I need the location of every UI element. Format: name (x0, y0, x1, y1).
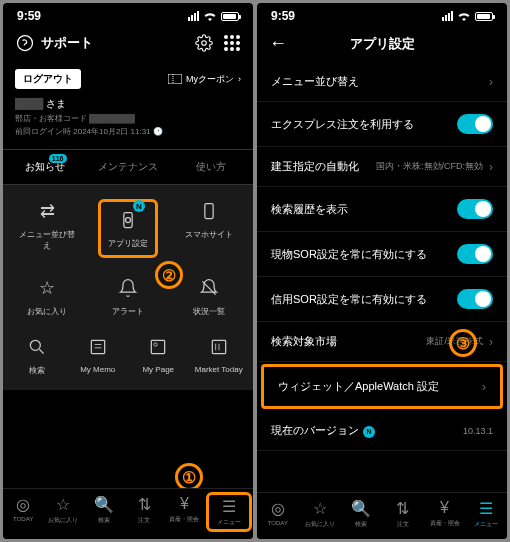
status-time: 9:59 (17, 9, 41, 23)
item-widget[interactable]: ウィジェット／AppleWatch 設定› (261, 364, 503, 409)
header-title: サポート (41, 34, 93, 52)
coupon-link[interactable]: Myクーポン › (168, 73, 241, 86)
toggle-express[interactable] (457, 114, 493, 134)
grid-reorder[interactable]: ⇄メニュー並び替え (17, 199, 77, 258)
callout-2: ② (155, 261, 183, 289)
back-button[interactable]: ← (269, 33, 287, 54)
header: サポート (3, 25, 253, 61)
gear-icon[interactable] (195, 34, 213, 52)
page-title: アプリ設定 (350, 35, 415, 53)
status-indicators (442, 11, 493, 21)
user-name: ████ さま (15, 97, 241, 111)
settings-list: メニュー並び替え› エクスプレス注文を利用する 建玉指定の自動化国内・米株:無効… (257, 62, 507, 451)
callout-1: ① (175, 463, 203, 491)
nav-balance[interactable]: ¥資産・照会 (164, 495, 204, 529)
grid-status[interactable]: 状況一覧 (179, 276, 239, 317)
grid-search[interactable]: 検索 (7, 335, 67, 376)
svg-point-2 (230, 35, 234, 39)
nav-today[interactable]: ◎TODAY (3, 495, 43, 529)
app-grid-icon[interactable] (223, 34, 241, 52)
svg-rect-18 (91, 340, 104, 353)
item-sor-margin[interactable]: 信用SOR設定を常に有効にする (257, 277, 507, 322)
bottom-nav: ◎TODAY ☆お気に入り 🔍検索 ⇅注文 ¥資産・照会 ☰メニュー (257, 492, 507, 539)
svg-point-5 (230, 41, 234, 45)
phone-right: 9:59 ← アプリ設定 メニュー並び替え› エクスプレス注文を利用する 建玉指… (257, 3, 507, 539)
toggle-sor-margin[interactable] (457, 289, 493, 309)
item-tatedama[interactable]: 建玉指定の自動化国内・米株:無効/CFD:無効› (257, 147, 507, 187)
nav-search[interactable]: 🔍検索 (84, 495, 124, 529)
status-bar: 9:59 (257, 3, 507, 25)
tab-usage[interactable]: 使い方 (170, 150, 253, 184)
svg-point-7 (224, 47, 228, 51)
grid-mymemo[interactable]: My Memo (68, 335, 128, 376)
svg-point-9 (236, 47, 240, 51)
svg-point-6 (236, 41, 240, 45)
toggle-sor-spot[interactable] (457, 244, 493, 264)
item-reorder[interactable]: メニュー並び替え› (257, 62, 507, 102)
last-login: 前回ログイン時 2024年10月2日 11:31 🕐 (15, 126, 241, 137)
toggle-history[interactable] (457, 199, 493, 219)
svg-point-13 (125, 218, 130, 223)
nav-order[interactable]: ⇅注文 (382, 499, 424, 529)
svg-rect-10 (168, 74, 182, 84)
status-bar: 9:59 (3, 3, 253, 25)
svg-rect-14 (204, 204, 212, 219)
user-section: ログアウト Myクーポン › ████ さま 部店・お客様コード ███████… (3, 61, 253, 149)
tabs: お知らせ116 メンテナンス 使い方 (3, 149, 253, 185)
user-code: 部店・お客様コード ████████ (15, 113, 241, 124)
nav-balance[interactable]: ¥資産・照会 (424, 499, 466, 529)
item-history[interactable]: 検索履歴を表示 (257, 187, 507, 232)
nav-menu[interactable]: ☰メニュー (206, 492, 252, 532)
bottom-nav: ◎TODAY ☆お気に入り 🔍検索 ⇅注文 ¥資産・照会 ☰メニュー (3, 488, 253, 539)
nav-favorite[interactable]: ☆お気に入り (43, 495, 83, 529)
grid-mypage[interactable]: My Page (128, 335, 188, 376)
menu-grid: ⇄メニュー並び替え Nアプリ設定 スマホサイト ☆お気に入り アラート 状況一覧… (3, 185, 253, 390)
nav-today[interactable]: ◎TODAY (257, 499, 299, 529)
support-icon (15, 33, 35, 53)
status-time: 9:59 (271, 9, 295, 23)
svg-line-17 (40, 350, 44, 354)
nav-favorite[interactable]: ☆お気に入り (299, 499, 341, 529)
header: ← アプリ設定 (257, 25, 507, 62)
svg-point-22 (154, 343, 157, 346)
battery-icon (221, 12, 239, 21)
nav-menu[interactable]: ☰メニュー (465, 499, 507, 529)
grid-alert[interactable]: アラート (98, 276, 158, 317)
tab-notice[interactable]: お知らせ116 (3, 150, 86, 184)
grid-market[interactable]: Market Today (189, 335, 249, 376)
svg-rect-21 (152, 340, 165, 353)
status-indicators (188, 11, 239, 21)
callout-3: ③ (449, 329, 477, 357)
battery-icon (475, 12, 493, 21)
item-sor-spot[interactable]: 現物SOR設定を常に有効にする (257, 232, 507, 277)
item-version: 現在のバージョンN10.13.1 (257, 411, 507, 451)
phone-left: 9:59 サポート ログアウト Myクーポン › ████ さま 部店・お客様コ… (3, 3, 253, 539)
svg-point-4 (224, 41, 228, 45)
grid-app-settings[interactable]: Nアプリ設定 (98, 199, 158, 258)
svg-point-8 (230, 47, 234, 51)
tab-maintenance[interactable]: メンテナンス (86, 150, 169, 184)
nav-search[interactable]: 🔍検索 (340, 499, 382, 529)
svg-point-3 (236, 35, 240, 39)
nav-order[interactable]: ⇅注文 (124, 495, 164, 529)
item-express[interactable]: エクスプレス注文を利用する (257, 102, 507, 147)
svg-point-16 (31, 340, 41, 350)
grid-favorite[interactable]: ☆お気に入り (17, 276, 77, 317)
grid-smartphone[interactable]: スマホサイト (179, 199, 239, 258)
logout-button[interactable]: ログアウト (15, 69, 81, 89)
svg-point-1 (224, 35, 228, 39)
